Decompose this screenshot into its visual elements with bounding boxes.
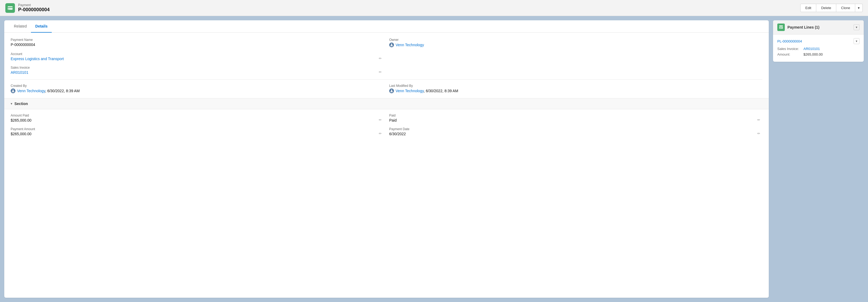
pl-sales-invoice-label: Sales Invoice:	[777, 47, 801, 51]
account-edit-icon[interactable]: ✏	[379, 56, 382, 60]
field-payment-name: Payment Name P-0000000004	[11, 38, 384, 47]
tabs: Related Details	[4, 20, 769, 33]
created-by-avatar	[11, 88, 16, 93]
section-header[interactable]: ▾ Section	[4, 98, 769, 109]
field-paid: Paid Paid ✏	[389, 114, 763, 122]
payment-lines-card: Payment Lines (1) ▾ PL-0000000004 ▾ Sale…	[773, 20, 864, 62]
amount-paid-edit-icon[interactable]: ✏	[379, 117, 382, 121]
paid-edit-icon[interactable]: ✏	[757, 117, 760, 121]
payment-amount-value: $265,000.00	[11, 132, 384, 136]
svg-rect-6	[779, 25, 783, 26]
record-name: P-0000000004	[18, 7, 50, 12]
card-header: Payment Lines (1) ▾	[773, 20, 864, 34]
sales-invoice-edit-icon[interactable]: ✏	[379, 70, 382, 74]
header-title-group: Payment P-0000000004	[18, 3, 50, 12]
section-content: Amount Paid $265,000.00 ✏ Paid Paid ✏ Pa…	[11, 109, 763, 136]
payment-lines-dropdown-button[interactable]: ▾	[854, 24, 860, 30]
owner-avatar	[389, 43, 394, 47]
svg-rect-1	[8, 7, 12, 8]
field-spacer-2	[389, 66, 763, 75]
sales-invoice-label: Sales Invoice	[11, 66, 384, 70]
field-spacer-1	[389, 52, 763, 61]
delete-button[interactable]: Delete	[816, 4, 836, 12]
owner-label: Owner	[389, 38, 763, 42]
amount-paid-value: $265,000.00	[11, 118, 384, 122]
pl-amount-row: Amount: $265,000.00	[777, 52, 860, 56]
sales-invoice-value[interactable]: AR010101	[11, 70, 28, 75]
payment-date-label: Payment Date	[389, 127, 763, 131]
payment-date-edit-icon[interactable]: ✏	[757, 131, 760, 135]
created-by-label: Created By	[11, 84, 384, 88]
account-label: Account	[11, 52, 384, 56]
record-type-label: Payment	[18, 3, 50, 7]
divider-1	[11, 79, 763, 80]
row-account: Account Express Logistics and Transport …	[11, 52, 763, 61]
last-modified-avatar	[389, 88, 394, 93]
paid-label: Paid	[389, 114, 763, 117]
last-modified-row: Venn Technology, 6/30/2022, 8:39 AM	[389, 88, 763, 93]
svg-rect-7	[779, 27, 783, 29]
page-header: Payment P-0000000004 Edit Delete Clone ▾	[0, 0, 868, 16]
row-sales-invoice: Sales Invoice AR010101 ✏	[11, 66, 763, 75]
card-icon	[777, 24, 785, 31]
svg-point-4	[12, 89, 14, 91]
pl-amount-label: Amount:	[777, 52, 801, 56]
field-sales-invoice: Sales Invoice AR010101 ✏	[11, 66, 384, 75]
card-title: Payment Lines (1)	[787, 25, 819, 29]
payment-date-value: 6/30/2022	[389, 132, 763, 136]
field-amount-paid: Amount Paid $265,000.00 ✏	[11, 114, 384, 122]
card-header-left: Payment Lines (1)	[777, 24, 819, 31]
created-by-link[interactable]: Venn Technology	[17, 89, 45, 93]
section-title: Section	[14, 102, 28, 106]
tab-details[interactable]: Details	[31, 20, 52, 33]
pl-amount-value: $265,000.00	[803, 52, 823, 56]
svg-point-3	[391, 44, 393, 45]
pl-sales-invoice-row: Sales Invoice: AR010101	[777, 47, 860, 51]
pl-id-row: PL-0000000004 ▾	[777, 38, 860, 44]
actions-dropdown-button[interactable]: ▾	[855, 4, 863, 12]
row-payment-amount-date: Payment Amount $265,000.00 ✏ Payment Dat…	[11, 127, 763, 136]
field-payment-amount: Payment Amount $265,000.00 ✏	[11, 127, 384, 136]
right-panel: Payment Lines (1) ▾ PL-0000000004 ▾ Sale…	[773, 20, 864, 298]
field-account: Account Express Logistics and Transport …	[11, 52, 384, 61]
pl-sales-invoice-value[interactable]: AR010101	[803, 47, 820, 51]
payment-name-label: Payment Name	[11, 38, 384, 42]
last-modified-value: Venn Technology, 6/30/2022, 8:39 AM	[396, 89, 458, 93]
created-by-value: Venn Technology, 6/30/2022, 8:39 AM	[17, 89, 80, 93]
header-actions: Edit Delete Clone ▾	[800, 4, 863, 12]
left-panel: Related Details Payment Name P-000000000…	[4, 20, 769, 298]
owner-value[interactable]: Venn Technology	[396, 43, 424, 47]
row-payment-owner: Payment Name P-0000000004 Owner Venn Tec…	[11, 38, 763, 47]
field-owner: Owner Venn Technology	[389, 38, 763, 47]
pl-row-dropdown-button[interactable]: ▾	[854, 38, 860, 44]
pl-id-link[interactable]: PL-0000000004	[777, 39, 802, 43]
clone-button[interactable]: Clone	[836, 4, 855, 12]
svg-point-5	[391, 89, 393, 91]
amount-paid-label: Amount Paid	[11, 114, 384, 117]
field-last-modified: Last Modified By Venn Technology, 6/30/2…	[389, 84, 763, 93]
last-modified-date: , 6/30/2022, 8:39 AM	[424, 89, 458, 93]
paid-value: Paid	[389, 118, 763, 122]
created-by-row: Venn Technology, 6/30/2022, 8:39 AM	[11, 88, 384, 93]
last-modified-link[interactable]: Venn Technology	[396, 89, 424, 93]
tab-related[interactable]: Related	[9, 20, 31, 33]
payment-amount-edit-icon[interactable]: ✏	[379, 131, 382, 135]
owner-row: Venn Technology	[389, 43, 763, 47]
row-amount-paid: Amount Paid $265,000.00 ✏ Paid Paid ✏	[11, 114, 763, 122]
payment-name-value: P-0000000004	[11, 43, 384, 47]
payment-amount-label: Payment Amount	[11, 127, 384, 131]
main-content: Related Details Payment Name P-000000000…	[0, 16, 868, 302]
app-icon	[5, 3, 15, 13]
edit-button[interactable]: Edit	[800, 4, 816, 12]
form-content: Payment Name P-0000000004 Owner Venn Tec…	[4, 33, 769, 146]
created-by-date: , 6/30/2022, 8:39 AM	[45, 89, 80, 93]
field-created-by: Created By Venn Technology, 6/30/2022, 8…	[11, 84, 384, 93]
field-payment-date: Payment Date 6/30/2022 ✏	[389, 127, 763, 136]
header-left: Payment P-0000000004	[5, 3, 50, 13]
svg-rect-2	[8, 8, 9, 9]
row-created-modified: Created By Venn Technology, 6/30/2022, 8…	[11, 84, 763, 93]
card-body: PL-0000000004 ▾ Sales Invoice: AR010101 …	[773, 34, 864, 62]
last-modified-label: Last Modified By	[389, 84, 763, 88]
account-value[interactable]: Express Logistics and Transport	[11, 57, 64, 61]
section-chevron-icon: ▾	[11, 102, 12, 106]
